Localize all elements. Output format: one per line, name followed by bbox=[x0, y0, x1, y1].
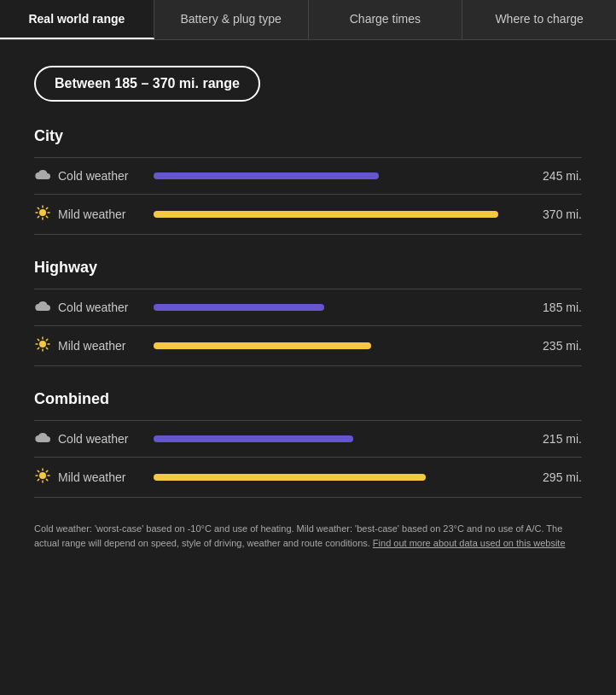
range-value: 370 mi. bbox=[526, 207, 582, 221]
svg-line-14 bbox=[38, 339, 38, 340]
cloud-icon bbox=[34, 300, 51, 315]
svg-point-0 bbox=[39, 209, 46, 216]
weather-label: Mild weather bbox=[58, 470, 143, 484]
section-title-highway: Highway bbox=[34, 259, 582, 277]
bar-container bbox=[154, 172, 516, 179]
range-bar bbox=[154, 474, 426, 481]
svg-line-23 bbox=[38, 470, 38, 471]
range-badge: Between 185 – 370 mi. range bbox=[34, 66, 260, 102]
cloud-icon bbox=[34, 431, 51, 447]
sun-icon bbox=[34, 205, 51, 224]
section-city: City Cold weather245 mi. Mild weather370… bbox=[34, 127, 582, 235]
bar-container bbox=[154, 304, 516, 311]
svg-line-24 bbox=[46, 479, 47, 480]
range-bar bbox=[154, 435, 353, 442]
svg-line-7 bbox=[46, 207, 47, 208]
weather-label: Cold weather bbox=[58, 432, 143, 446]
main-content: Between 185 – 370 mi. range City Cold we… bbox=[0, 40, 616, 575]
sun-icon bbox=[34, 336, 51, 355]
section-highway: Highway Cold weather185 mi. Mild weather… bbox=[34, 259, 582, 366]
bar-row-cold: Cold weather215 mi. bbox=[34, 420, 582, 457]
svg-line-8 bbox=[38, 216, 38, 217]
svg-point-9 bbox=[39, 341, 46, 348]
range-bar bbox=[154, 211, 498, 218]
svg-line-17 bbox=[38, 348, 38, 348]
svg-line-5 bbox=[38, 207, 38, 208]
section-title-city: City bbox=[34, 127, 582, 145]
sun-icon bbox=[34, 468, 51, 487]
bar-row-cold: Cold weather245 mi. bbox=[34, 157, 582, 194]
bar-row-mild: Mild weather370 mi. bbox=[34, 194, 582, 235]
tab-real-world-range[interactable]: Real world range bbox=[0, 0, 154, 39]
svg-line-15 bbox=[46, 348, 47, 348]
range-bar bbox=[154, 172, 379, 179]
range-value: 215 mi. bbox=[526, 432, 582, 446]
footer-note: Cold weather: 'worst-case' based on -10°… bbox=[34, 522, 582, 550]
section-title-combined: Combined bbox=[34, 390, 582, 408]
bar-container bbox=[154, 342, 516, 349]
bar-container bbox=[154, 211, 516, 218]
tab-where-to-charge[interactable]: Where to charge bbox=[462, 0, 616, 39]
bar-row-cold: Cold weather185 mi. bbox=[34, 289, 582, 325]
svg-point-18 bbox=[39, 472, 46, 479]
weather-label: Cold weather bbox=[58, 169, 143, 183]
range-value: 295 mi. bbox=[526, 470, 582, 484]
range-value: 235 mi. bbox=[526, 339, 582, 353]
cloud-icon bbox=[34, 168, 51, 184]
bar-row-mild: Mild weather235 mi. bbox=[34, 325, 582, 366]
weather-label: Mild weather bbox=[58, 207, 143, 221]
svg-line-16 bbox=[46, 339, 47, 340]
section-combined: Combined Cold weather215 mi. Mild weathe… bbox=[34, 390, 582, 498]
bar-container bbox=[154, 435, 516, 442]
tab-battery-plug[interactable]: Battery & plug type bbox=[154, 0, 309, 39]
tabs-container: Real world rangeBattery & plug typeCharg… bbox=[0, 0, 616, 40]
tab-charge-times[interactable]: Charge times bbox=[309, 0, 463, 39]
range-value: 185 mi. bbox=[526, 301, 582, 314]
footer-link[interactable]: Find out more about data used on this we… bbox=[373, 538, 566, 548]
bar-row-mild: Mild weather295 mi. bbox=[34, 457, 582, 498]
svg-line-26 bbox=[38, 479, 38, 480]
svg-line-25 bbox=[46, 470, 47, 471]
range-bar bbox=[154, 304, 324, 311]
weather-label: Cold weather bbox=[58, 301, 143, 314]
weather-label: Mild weather bbox=[58, 339, 143, 353]
bar-container bbox=[154, 474, 516, 481]
range-bar bbox=[154, 342, 371, 349]
range-value: 245 mi. bbox=[526, 169, 582, 183]
svg-line-6 bbox=[46, 216, 47, 217]
